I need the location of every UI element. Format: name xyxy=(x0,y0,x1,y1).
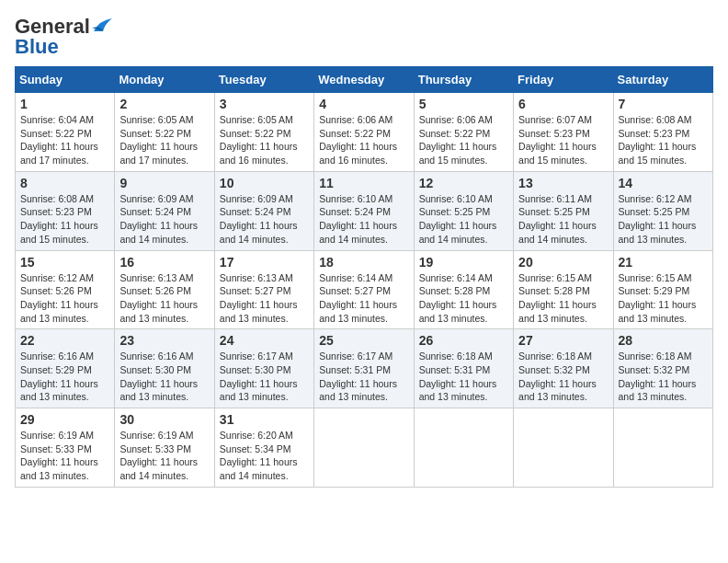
day-info: Sunrise: 6:20 AM Sunset: 5:34 PM Dayligh… xyxy=(220,430,298,481)
calendar-cell: 3 Sunrise: 6:05 AM Sunset: 5:22 PM Dayli… xyxy=(214,93,313,172)
day-number: 10 xyxy=(220,176,309,190)
day-number: 15 xyxy=(20,255,109,270)
day-info: Sunrise: 6:14 AM Sunset: 5:28 PM Dayligh… xyxy=(419,272,497,324)
calendar-table: SundayMondayTuesdayWednesdayThursdayFrid… xyxy=(15,66,713,488)
day-number: 21 xyxy=(619,255,708,270)
calendar-cell: 26 Sunrise: 6:18 AM Sunset: 5:31 PM Dayl… xyxy=(414,329,513,408)
day-number: 31 xyxy=(220,412,309,427)
day-info: Sunrise: 6:06 AM Sunset: 5:22 PM Dayligh… xyxy=(419,114,497,166)
day-info: Sunrise: 6:08 AM Sunset: 5:23 PM Dayligh… xyxy=(619,114,697,166)
day-number: 30 xyxy=(119,412,209,427)
calendar-cell: 24 Sunrise: 6:17 AM Sunset: 5:30 PM Dayl… xyxy=(214,329,313,408)
day-number: 27 xyxy=(518,333,608,348)
day-info: Sunrise: 6:15 AM Sunset: 5:29 PM Dayligh… xyxy=(619,272,697,324)
day-number: 18 xyxy=(319,255,408,270)
calendar-week-4: 22 Sunrise: 6:16 AM Sunset: 5:29 PM Dayl… xyxy=(16,329,713,408)
col-header-saturday: Saturday xyxy=(613,67,712,93)
calendar-cell: 21 Sunrise: 6:15 AM Sunset: 5:29 PM Dayl… xyxy=(613,250,712,329)
calendar-cell: 18 Sunrise: 6:14 AM Sunset: 5:27 PM Dayl… xyxy=(314,250,414,329)
day-info: Sunrise: 6:12 AM Sunset: 5:26 PM Dayligh… xyxy=(20,272,98,324)
day-info: Sunrise: 6:08 AM Sunset: 5:23 PM Dayligh… xyxy=(20,193,98,245)
day-info: Sunrise: 6:05 AM Sunset: 5:22 PM Dayligh… xyxy=(220,114,298,166)
page-header: General Blue xyxy=(15,15,713,59)
calendar-cell: 29 Sunrise: 6:19 AM Sunset: 5:33 PM Dayl… xyxy=(16,408,115,488)
day-number: 2 xyxy=(119,97,209,111)
calendar-cell xyxy=(314,408,414,488)
col-header-monday: Monday xyxy=(115,67,214,93)
day-info: Sunrise: 6:18 AM Sunset: 5:31 PM Dayligh… xyxy=(419,350,497,402)
day-number: 25 xyxy=(319,333,408,348)
calendar-week-3: 15 Sunrise: 6:12 AM Sunset: 5:26 PM Dayl… xyxy=(16,250,713,329)
calendar-cell: 7 Sunrise: 6:08 AM Sunset: 5:23 PM Dayli… xyxy=(613,93,712,172)
day-number: 24 xyxy=(220,333,309,348)
col-header-tuesday: Tuesday xyxy=(214,67,313,93)
day-number: 9 xyxy=(119,176,209,190)
calendar-cell: 5 Sunrise: 6:06 AM Sunset: 5:22 PM Dayli… xyxy=(414,93,513,172)
calendar-cell: 31 Sunrise: 6:20 AM Sunset: 5:34 PM Dayl… xyxy=(214,408,313,488)
calendar-cell xyxy=(414,408,513,488)
logo-blue: Blue xyxy=(15,35,59,59)
day-number: 16 xyxy=(119,255,209,270)
day-number: 28 xyxy=(619,333,708,348)
day-info: Sunrise: 6:09 AM Sunset: 5:24 PM Dayligh… xyxy=(220,193,298,245)
day-number: 4 xyxy=(319,97,408,111)
day-info: Sunrise: 6:10 AM Sunset: 5:24 PM Dayligh… xyxy=(319,193,397,245)
calendar-week-1: 1 Sunrise: 6:04 AM Sunset: 5:22 PM Dayli… xyxy=(16,93,713,172)
calendar-week-2: 8 Sunrise: 6:08 AM Sunset: 5:23 PM Dayli… xyxy=(16,171,713,250)
calendar-cell: 2 Sunrise: 6:05 AM Sunset: 5:22 PM Dayli… xyxy=(115,93,214,172)
day-info: Sunrise: 6:18 AM Sunset: 5:32 PM Dayligh… xyxy=(619,350,697,402)
day-info: Sunrise: 6:16 AM Sunset: 5:29 PM Dayligh… xyxy=(20,350,98,402)
day-number: 12 xyxy=(419,176,508,190)
calendar-cell: 1 Sunrise: 6:04 AM Sunset: 5:22 PM Dayli… xyxy=(16,93,115,172)
day-number: 8 xyxy=(20,176,109,190)
day-number: 6 xyxy=(518,97,608,111)
day-info: Sunrise: 6:09 AM Sunset: 5:24 PM Dayligh… xyxy=(119,193,198,245)
day-info: Sunrise: 6:07 AM Sunset: 5:23 PM Dayligh… xyxy=(518,114,597,166)
day-number: 14 xyxy=(619,176,708,190)
day-number: 11 xyxy=(319,176,408,190)
day-info: Sunrise: 6:04 AM Sunset: 5:22 PM Dayligh… xyxy=(20,114,98,166)
day-number: 26 xyxy=(419,333,508,348)
calendar-cell: 27 Sunrise: 6:18 AM Sunset: 5:32 PM Dayl… xyxy=(514,329,613,408)
calendar-header-row: SundayMondayTuesdayWednesdayThursdayFrid… xyxy=(16,67,713,93)
day-number: 17 xyxy=(220,255,309,270)
calendar-cell: 14 Sunrise: 6:12 AM Sunset: 5:25 PM Dayl… xyxy=(613,171,712,250)
calendar-cell: 22 Sunrise: 6:16 AM Sunset: 5:29 PM Dayl… xyxy=(16,329,115,408)
calendar-cell: 28 Sunrise: 6:18 AM Sunset: 5:32 PM Dayl… xyxy=(613,329,712,408)
day-info: Sunrise: 6:18 AM Sunset: 5:32 PM Dayligh… xyxy=(518,350,597,402)
calendar-cell xyxy=(613,408,712,488)
day-number: 13 xyxy=(518,176,608,190)
day-info: Sunrise: 6:11 AM Sunset: 5:25 PM Dayligh… xyxy=(518,193,597,245)
day-info: Sunrise: 6:17 AM Sunset: 5:30 PM Dayligh… xyxy=(220,350,298,402)
day-info: Sunrise: 6:06 AM Sunset: 5:22 PM Dayligh… xyxy=(319,114,397,166)
day-info: Sunrise: 6:19 AM Sunset: 5:33 PM Dayligh… xyxy=(119,430,198,481)
day-info: Sunrise: 6:05 AM Sunset: 5:22 PM Dayligh… xyxy=(119,114,198,166)
day-number: 5 xyxy=(419,97,508,111)
logo: General Blue xyxy=(15,15,112,59)
day-number: 7 xyxy=(619,97,708,111)
calendar-cell: 19 Sunrise: 6:14 AM Sunset: 5:28 PM Dayl… xyxy=(414,250,513,329)
col-header-friday: Friday xyxy=(514,67,613,93)
day-info: Sunrise: 6:12 AM Sunset: 5:25 PM Dayligh… xyxy=(619,193,697,245)
calendar-week-5: 29 Sunrise: 6:19 AM Sunset: 5:33 PM Dayl… xyxy=(16,408,713,488)
calendar-cell: 9 Sunrise: 6:09 AM Sunset: 5:24 PM Dayli… xyxy=(115,171,214,250)
day-number: 1 xyxy=(20,97,109,111)
calendar-cell: 15 Sunrise: 6:12 AM Sunset: 5:26 PM Dayl… xyxy=(16,250,115,329)
day-info: Sunrise: 6:17 AM Sunset: 5:31 PM Dayligh… xyxy=(319,350,397,402)
col-header-wednesday: Wednesday xyxy=(314,67,414,93)
day-info: Sunrise: 6:13 AM Sunset: 5:27 PM Dayligh… xyxy=(220,272,298,324)
calendar-cell: 30 Sunrise: 6:19 AM Sunset: 5:33 PM Dayl… xyxy=(115,408,214,488)
calendar-cell: 17 Sunrise: 6:13 AM Sunset: 5:27 PM Dayl… xyxy=(214,250,313,329)
day-number: 3 xyxy=(220,97,309,111)
day-number: 22 xyxy=(20,333,109,348)
calendar-cell: 23 Sunrise: 6:16 AM Sunset: 5:30 PM Dayl… xyxy=(115,329,214,408)
day-number: 20 xyxy=(518,255,608,270)
calendar-cell xyxy=(514,408,613,488)
calendar-cell: 8 Sunrise: 6:08 AM Sunset: 5:23 PM Dayli… xyxy=(16,171,115,250)
calendar-cell: 6 Sunrise: 6:07 AM Sunset: 5:23 PM Dayli… xyxy=(514,93,613,172)
col-header-thursday: Thursday xyxy=(414,67,513,93)
calendar-cell: 4 Sunrise: 6:06 AM Sunset: 5:22 PM Dayli… xyxy=(314,93,414,172)
day-info: Sunrise: 6:15 AM Sunset: 5:28 PM Dayligh… xyxy=(518,272,597,324)
day-info: Sunrise: 6:19 AM Sunset: 5:33 PM Dayligh… xyxy=(20,430,98,481)
calendar-cell: 13 Sunrise: 6:11 AM Sunset: 5:25 PM Dayl… xyxy=(514,171,613,250)
